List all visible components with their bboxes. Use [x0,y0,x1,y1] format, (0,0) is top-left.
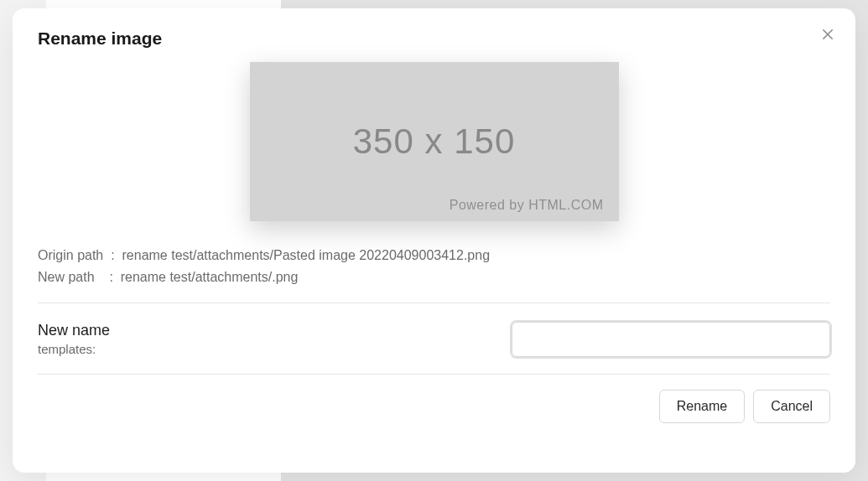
origin-path-label: Origin path : [38,245,122,266]
origin-path-row: Origin path : rename test/attachments/Pa… [38,245,830,266]
new-name-input[interactable] [512,322,830,357]
close-button[interactable] [819,25,837,44]
image-preview: 350 x 150 Powered by HTML.COM [250,62,619,221]
preview-dimensions-text: 350 x 150 [353,122,516,162]
rename-button[interactable]: Rename [659,390,745,423]
new-path-value: rename test/attachments/.png [121,266,299,288]
new-path-label: New path : [38,266,121,288]
divider-top [38,303,830,303]
templates-label: templates: [38,342,110,356]
new-name-row: New name templates: [38,308,830,369]
modal-title: Rename image [38,28,162,49]
origin-path-value: rename test/attachments/Pasted image 202… [122,245,491,266]
rename-image-modal: Rename image 350 x 150 Powered by HTML.C… [13,8,855,473]
close-icon [820,27,835,42]
new-name-labels: New name templates: [38,322,110,356]
new-name-label: New name [38,322,110,339]
preview-container: 350 x 150 Powered by HTML.COM [38,62,830,221]
new-path-row: New path : rename test/attachments/.png [38,266,830,288]
path-info: Origin path : rename test/attachments/Pa… [38,245,830,287]
preview-caption: Powered by HTML.COM [450,198,604,213]
modal-header: Rename image [38,28,830,49]
divider-bottom [38,374,830,375]
modal-actions: Rename Cancel [38,390,830,423]
cancel-button[interactable]: Cancel [753,390,830,423]
